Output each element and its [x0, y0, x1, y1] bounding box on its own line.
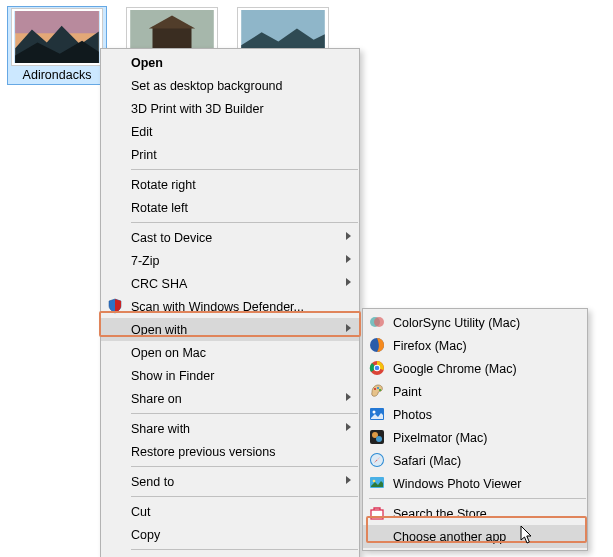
safari-icon — [368, 451, 386, 469]
menu-label: Windows Photo Viewer — [393, 477, 521, 491]
menu-item-cast[interactable]: Cast to Device — [101, 226, 359, 249]
menu-label: Share with — [131, 422, 190, 436]
store-icon — [368, 504, 386, 522]
paint-icon — [368, 382, 386, 400]
menu-label: ColorSync Utility (Mac) — [393, 316, 520, 330]
menu-item-open-with[interactable]: Open with — [101, 318, 359, 341]
menu-label: Open on Mac — [131, 346, 206, 360]
menu-separator — [131, 549, 358, 550]
menu-separator — [131, 466, 358, 467]
file-label: Adirondacks — [10, 68, 104, 82]
submenu-item-photos[interactable]: Photos — [363, 403, 587, 426]
menu-item-share-on[interactable]: Share on — [101, 387, 359, 410]
menu-label: Open — [131, 56, 163, 70]
submenu-item-pixelmator[interactable]: Pixelmator (Mac) — [363, 426, 587, 449]
open-with-submenu: ColorSync Utility (Mac) Firefox (Mac) Go… — [362, 308, 588, 551]
menu-label: CRC SHA — [131, 277, 187, 291]
file-thumbnail-1[interactable]: Adirondacks — [7, 6, 107, 85]
menu-label: Rotate left — [131, 201, 188, 215]
chevron-right-icon — [346, 278, 351, 286]
submenu-item-paint[interactable]: Paint — [363, 380, 587, 403]
menu-label: Scan with Windows Defender... — [131, 300, 304, 314]
menu-label: Pixelmator (Mac) — [393, 431, 487, 445]
menu-label: Choose another app — [393, 530, 506, 544]
menu-label: Share on — [131, 392, 182, 406]
photo-viewer-icon — [368, 474, 386, 492]
svg-point-23 — [373, 480, 376, 483]
svg-point-14 — [379, 389, 381, 391]
shield-icon — [106, 297, 124, 315]
image-thumb — [12, 9, 102, 65]
menu-label: Search the Store — [393, 507, 487, 521]
svg-point-12 — [374, 388, 376, 390]
menu-label: Send to — [131, 475, 174, 489]
menu-item-rotate-right[interactable]: Rotate right — [101, 173, 359, 196]
menu-item-3d-print[interactable]: 3D Print with 3D Builder — [101, 97, 359, 120]
menu-label: Edit — [131, 125, 153, 139]
chevron-right-icon — [346, 393, 351, 401]
submenu-item-firefox[interactable]: Firefox (Mac) — [363, 334, 587, 357]
menu-item-show-finder[interactable]: Show in Finder — [101, 364, 359, 387]
menu-item-share-with[interactable]: Share with — [101, 417, 359, 440]
menu-item-print[interactable]: Print — [101, 143, 359, 166]
menu-separator — [369, 498, 586, 499]
submenu-item-chrome[interactable]: Google Chrome (Mac) — [363, 357, 587, 380]
menu-item-create-shortcut[interactable]: Create shortcut — [101, 553, 359, 557]
menu-label: Show in Finder — [131, 369, 214, 383]
chevron-right-icon — [346, 476, 351, 484]
menu-label: Set as desktop background — [131, 79, 283, 93]
photos-icon — [368, 405, 386, 423]
menu-separator — [131, 496, 358, 497]
menu-item-rotate-left[interactable]: Rotate left — [101, 196, 359, 219]
menu-item-cut[interactable]: Cut — [101, 500, 359, 523]
submenu-item-wpv[interactable]: Windows Photo Viewer — [363, 472, 587, 495]
menu-item-open-mac[interactable]: Open on Mac — [101, 341, 359, 364]
svg-point-11 — [375, 366, 380, 371]
menu-separator — [131, 413, 358, 414]
menu-item-restore[interactable]: Restore previous versions — [101, 440, 359, 463]
submenu-item-colorsync[interactable]: ColorSync Utility (Mac) — [363, 311, 587, 334]
menu-label: Restore previous versions — [131, 445, 276, 459]
chevron-right-icon — [346, 255, 351, 263]
submenu-item-choose-another[interactable]: Choose another app — [363, 525, 587, 548]
menu-label: Open with — [131, 323, 187, 337]
menu-label: 3D Print with 3D Builder — [131, 102, 264, 116]
pixelmator-icon — [368, 428, 386, 446]
menu-label: Print — [131, 148, 157, 162]
menu-item-set-bg[interactable]: Set as desktop background — [101, 74, 359, 97]
menu-label: Cast to Device — [131, 231, 212, 245]
menu-label: Google Chrome (Mac) — [393, 362, 517, 376]
chevron-right-icon — [346, 324, 351, 332]
desktop: Adirondacks Open Set as desktop backgrou… — [0, 0, 613, 557]
menu-label: Rotate right — [131, 178, 196, 192]
menu-label: Photos — [393, 408, 432, 422]
menu-label: Paint — [393, 385, 422, 399]
svg-point-7 — [374, 317, 384, 327]
chrome-icon — [368, 359, 386, 377]
menu-separator — [131, 169, 358, 170]
menu-item-crc[interactable]: CRC SHA — [101, 272, 359, 295]
svg-point-19 — [376, 436, 382, 442]
svg-rect-1 — [15, 11, 99, 33]
colorsync-icon — [368, 313, 386, 331]
svg-point-13 — [377, 387, 379, 389]
menu-item-defender[interactable]: Scan with Windows Defender... — [101, 295, 359, 318]
menu-item-copy[interactable]: Copy — [101, 523, 359, 546]
submenu-item-safari[interactable]: Safari (Mac) — [363, 449, 587, 472]
menu-label: Cut — [131, 505, 150, 519]
menu-label: Safari (Mac) — [393, 454, 461, 468]
menu-item-edit[interactable]: Edit — [101, 120, 359, 143]
menu-item-send-to[interactable]: Send to — [101, 470, 359, 493]
svg-rect-24 — [371, 510, 383, 519]
menu-label: Copy — [131, 528, 160, 542]
chevron-right-icon — [346, 232, 351, 240]
context-menu: Open Set as desktop background 3D Print … — [100, 48, 360, 557]
menu-separator — [131, 222, 358, 223]
menu-label: Firefox (Mac) — [393, 339, 467, 353]
menu-label: 7-Zip — [131, 254, 159, 268]
chevron-right-icon — [346, 423, 351, 431]
menu-item-7zip[interactable]: 7-Zip — [101, 249, 359, 272]
submenu-item-search-store[interactable]: Search the Store — [363, 502, 587, 525]
svg-point-16 — [373, 411, 376, 414]
menu-item-open[interactable]: Open — [101, 51, 359, 74]
